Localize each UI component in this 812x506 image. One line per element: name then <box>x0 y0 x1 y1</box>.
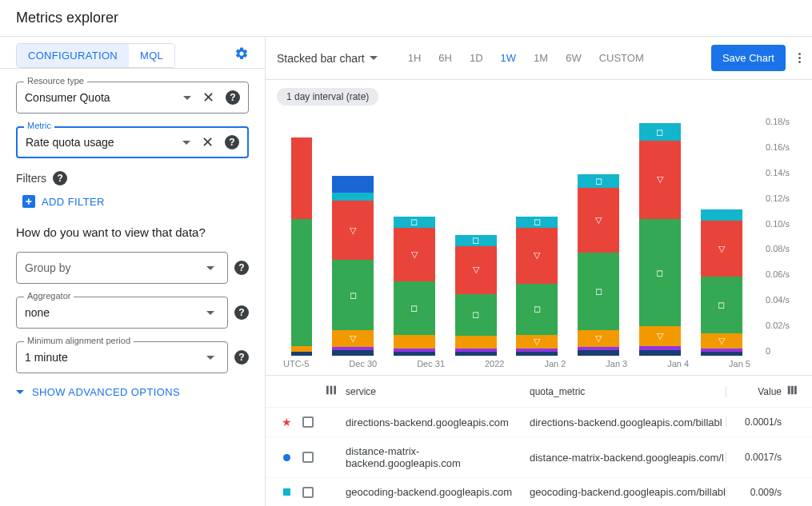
bar-column[interactable]: ▽◻▽ <box>332 176 374 356</box>
resource-type-label: Resource type <box>24 76 87 86</box>
legend-value: 0.009/s <box>726 487 782 498</box>
series-dot-icon <box>283 454 290 461</box>
x-axis: UTC-5Dec 30Dec 312022Jan 2Jan 3Jan 4Jan … <box>277 359 757 375</box>
y-axis: 0.18/s0.16/s0.14/s0.12/s0.10/s0.08/s0.06… <box>761 117 801 356</box>
clear-metric-icon[interactable]: ✕ <box>202 133 214 151</box>
chart-area[interactable]: ▽◻▽◻▽◻◻▽◻▽◻▽◻▽◻▽◻▽◻▽◻▽◻▽ 0.18/s0.16/s0.1… <box>266 106 812 375</box>
show-advanced-button[interactable]: SHOW ADVANCED OPTIONS <box>16 386 249 398</box>
help-icon[interactable]: ? <box>234 305 249 320</box>
resource-type-value: Consumer Quota <box>25 91 178 104</box>
help-icon[interactable]: ? <box>226 90 240 105</box>
column-chooser-icon[interactable] <box>782 384 798 398</box>
time-range-1m[interactable]: 1M <box>526 47 556 69</box>
help-icon[interactable]: ? <box>225 135 239 149</box>
alignment-select[interactable]: 1 minute <box>16 341 228 373</box>
svg-rect-1 <box>330 386 333 395</box>
metric-value: Rate quota usage <box>26 136 178 149</box>
star-icon: ★ <box>282 416 292 428</box>
time-range-6w[interactable]: 6W <box>558 47 590 69</box>
legend-checkbox[interactable] <box>302 487 314 498</box>
time-range-6h[interactable]: 6H <box>430 47 460 69</box>
series-square-icon <box>283 488 290 496</box>
bar-column[interactable] <box>291 137 312 356</box>
add-filter-button[interactable]: + ADD FILTER <box>22 195 249 208</box>
chevron-down-icon <box>206 311 214 315</box>
view-data-heading: How do you want to view that data? <box>16 225 249 239</box>
help-icon[interactable]: ? <box>234 261 249 275</box>
gear-icon[interactable] <box>234 46 249 65</box>
groupby-placeholder: Group by <box>25 261 202 274</box>
tab-mql[interactable]: MQL <box>129 44 174 67</box>
col-value[interactable]: Value <box>726 386 782 397</box>
interval-chip: 1 day interval (rate) <box>277 88 378 106</box>
legend-table: service quota_metric Value ★directions-b… <box>266 375 812 506</box>
help-icon[interactable]: ? <box>53 171 67 185</box>
legend-quota: distance-matrix-backend.googleapis.com/l <box>530 452 726 464</box>
legend-quota: geocoding-backend.googleapis.com/billabl <box>530 486 726 498</box>
legend-quota: directions-backend.googleapis.com/billab… <box>530 416 726 428</box>
chevron-down-icon <box>370 56 378 60</box>
chevron-down-icon <box>206 356 214 360</box>
time-range-group: 1H6H1D1W1M6WCUSTOM <box>400 47 652 69</box>
bar-column[interactable]: ◻▽◻ <box>455 235 497 356</box>
bar-column[interactable]: ▽◻▽◻ <box>578 174 619 356</box>
metric-label: Metric <box>24 121 54 130</box>
col-service[interactable]: service <box>346 386 530 397</box>
bar-column[interactable]: ▽◻▽ <box>701 209 742 356</box>
plus-icon: + <box>22 195 35 208</box>
bar-column[interactable]: ▽◻▽◻ <box>516 217 558 356</box>
svg-rect-4 <box>791 386 794 395</box>
aggregator-select[interactable]: none <box>16 297 228 329</box>
page-title: Metrics explorer <box>16 10 796 26</box>
save-chart-button[interactable]: Save Chart <box>711 45 786 71</box>
svg-rect-3 <box>788 386 790 395</box>
metric-select[interactable]: Rate quota usage ✕ ? <box>16 126 249 158</box>
legend-service: geocoding-backend.googleapis.com <box>346 486 530 498</box>
chart-toolbar: Stacked bar chart 1H6H1D1W1M6WCUSTOM Sav… <box>266 37 812 80</box>
aggregator-label: Aggregator <box>24 291 74 301</box>
alignment-value: 1 minute <box>25 351 202 364</box>
chevron-down-icon <box>183 96 191 100</box>
time-range-1h[interactable]: 1H <box>400 47 430 69</box>
legend-value: 0.0017/s <box>726 452 782 463</box>
help-icon[interactable]: ? <box>234 350 249 365</box>
svg-rect-5 <box>794 386 797 395</box>
more-options-icon[interactable] <box>798 53 801 63</box>
aggregator-value: none <box>25 306 202 319</box>
groupby-select[interactable]: Group by <box>16 252 228 284</box>
filters-heading: Filters <box>16 172 46 185</box>
config-sidebar: CONFIGURATION MQL Resource type Consumer… <box>0 37 266 506</box>
clear-resource-icon[interactable]: ✕ <box>202 89 214 106</box>
tab-configuration[interactable]: CONFIGURATION <box>17 44 129 67</box>
time-range-1d[interactable]: 1D <box>462 47 491 69</box>
chevron-down-icon <box>182 141 190 145</box>
chevron-down-icon <box>206 266 214 270</box>
chart-type-select[interactable]: Stacked bar chart <box>277 52 382 65</box>
columns-icon <box>325 384 338 396</box>
chevron-down-icon <box>16 390 24 394</box>
svg-rect-2 <box>334 386 336 395</box>
col-quota[interactable]: quota_metric <box>530 386 726 397</box>
time-range-custom[interactable]: CUSTOM <box>591 47 652 69</box>
alignment-label: Minimum alignment period <box>24 336 134 345</box>
bar-column[interactable]: ▽◻▽◻ <box>639 123 681 356</box>
legend-service: distance-matrix-backend.googleapis.com <box>346 445 530 469</box>
legend-checkbox[interactable] <box>302 416 314 428</box>
resource-type-select[interactable]: Consumer Quota ✕ ? <box>16 82 249 114</box>
legend-checkbox[interactable] <box>302 452 314 463</box>
legend-value: 0.0001/s <box>726 416 782 428</box>
legend-row[interactable]: geocoding-backend.googleapis.comgeocodin… <box>266 478 812 506</box>
time-range-1w[interactable]: 1W <box>493 47 525 69</box>
bar-column[interactable]: ◻▽◻ <box>394 217 435 356</box>
config-tab-group: CONFIGURATION MQL <box>16 43 175 68</box>
svg-rect-0 <box>326 386 329 395</box>
legend-row[interactable]: distance-matrix-backend.googleapis.comdi… <box>266 437 812 478</box>
legend-service: directions-backend.googleapis.com <box>346 416 530 428</box>
legend-row[interactable]: ★directions-backend.googleapis.comdirect… <box>266 408 812 437</box>
page-header: Metrics explorer <box>0 0 812 37</box>
